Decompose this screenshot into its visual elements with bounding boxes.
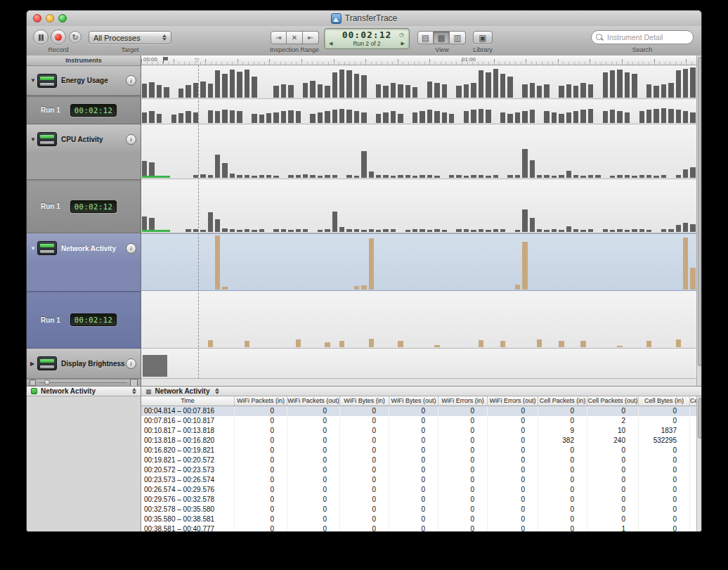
column-header[interactable]: Cell Packets (out) — [587, 396, 639, 406]
column-header[interactable]: Cell Packets (in) — [538, 396, 587, 406]
column-header[interactable]: WiFi Packets (out) — [287, 396, 340, 406]
close-button[interactable] — [33, 14, 41, 22]
table-row[interactable]: 00:32.578 – 00:35.580000000000 — [141, 505, 696, 514]
disclosure-closed-icon[interactable]: ▶ — [30, 361, 37, 367]
cell-value: 0 — [639, 475, 690, 485]
pause-button[interactable] — [33, 30, 48, 45]
titlebar[interactable]: TransferTrace — [27, 11, 701, 27]
chart-bar — [464, 176, 469, 178]
inspection-range-start-button[interactable]: ⇥ — [271, 31, 287, 44]
view-split-pane-button[interactable]: ▦ — [434, 31, 450, 44]
column-header[interactable]: WiFi Bytes (in) — [340, 396, 389, 406]
chart-bar — [654, 86, 658, 98]
chart-bar — [412, 229, 417, 232]
track-lane-network-run1[interactable] — [141, 291, 696, 349]
disclosure-open-icon[interactable]: ▼ — [30, 136, 37, 143]
track-lane-network-run2[interactable] — [141, 233, 696, 291]
column-header[interactable]: Cell Bytes (out) — [690, 396, 696, 406]
table-body: 00:04.814 – 00:07.81600000000000:07.816 … — [141, 406, 696, 532]
disclosure-open-icon[interactable]: ▼ — [30, 77, 37, 84]
chart-bar — [354, 286, 359, 290]
chart-bar — [507, 175, 512, 178]
disclosure-open-icon[interactable]: ▼ — [30, 245, 37, 252]
sidebar-item-energy-usage[interactable]: ▼ Energy Usage i — [27, 66, 141, 96]
next-run-button[interactable]: ▶ — [401, 41, 405, 46]
chart-bar — [471, 110, 476, 123]
column-header[interactable]: WiFi Errors (in) — [438, 396, 488, 406]
chart-bar — [544, 84, 549, 98]
chart-bar — [603, 72, 608, 98]
playhead-line[interactable] — [198, 65, 199, 379]
table-row[interactable]: 00:10.817 – 00:13.8180000009101837 — [141, 426, 696, 436]
cell-value: 0 — [639, 505, 690, 514]
info-button[interactable]: i — [126, 358, 136, 369]
view-extended-pane-button[interactable]: ▥ — [450, 31, 466, 44]
table-row[interactable]: 00:38.581 – 00:40.777000000010 — [141, 524, 696, 532]
cell-value: 0 — [639, 416, 690, 426]
info-button[interactable]: i — [126, 75, 136, 86]
track-lane-cpu-run1[interactable] — [141, 179, 696, 233]
column-header[interactable]: Cell Bytes (in) — [639, 396, 690, 406]
timeline-ruler[interactable]: 00:00 01:00 ▽ — [141, 56, 696, 65]
table-row[interactable]: 00:35.580 – 00:38.581000000000 — [141, 514, 696, 524]
cell-value: 0 — [587, 495, 639, 505]
slider-groove[interactable] — [39, 382, 127, 383]
record-button[interactable] — [51, 30, 66, 45]
playhead-marker-icon[interactable]: ▽ — [195, 57, 199, 63]
table-row[interactable]: 00:16.820 – 00:19.821000000000 — [141, 446, 696, 455]
table-row[interactable]: 00:13.818 – 00:16.820000000382240532295 — [141, 436, 696, 446]
column-header[interactable]: WiFi Errors (out) — [488, 396, 538, 406]
table-row[interactable]: 00:07.816 – 00:10.817000000020 — [141, 416, 696, 426]
minimize-button[interactable] — [46, 14, 54, 22]
table-row[interactable]: 00:04.814 – 00:07.816000000000 — [141, 406, 696, 416]
flag-marker-icon[interactable] — [163, 57, 164, 63]
table-row[interactable]: 00:20.572 – 00:23.573000000000 — [141, 465, 696, 475]
track-size-slider[interactable] — [27, 379, 141, 386]
table-row[interactable]: 00:23.573 – 00:26.574000000000 — [141, 475, 696, 485]
track-lane-cpu-run2[interactable] — [141, 124, 696, 179]
slider-knob[interactable] — [44, 380, 50, 385]
zoom-button[interactable] — [58, 14, 67, 22]
chart-bar — [573, 229, 578, 232]
column-header[interactable]: WiFi Packets (in) — [235, 396, 287, 406]
table-row[interactable]: 00:26.574 – 00:29.576000000000 — [141, 485, 696, 495]
inspection-clear-icon: ✕ — [292, 34, 297, 41]
inspection-range-clear-button[interactable]: ✕ — [287, 31, 303, 44]
chart-bar — [661, 175, 666, 178]
search-input[interactable] — [591, 30, 694, 44]
chart-bar — [376, 114, 381, 123]
column-header[interactable]: WiFi Bytes (out) — [389, 396, 438, 406]
cell-value: 0 — [639, 485, 690, 495]
detail-breadcrumb-bar[interactable]: ▦ Network Activity — [141, 386, 702, 396]
detail-scrollbar-thumb[interactable] — [698, 398, 702, 439]
info-button[interactable]: i — [126, 134, 136, 145]
chart-bar — [369, 238, 374, 290]
library-button[interactable]: ▣ — [473, 31, 493, 44]
chart-bar — [332, 212, 337, 232]
target-dropdown[interactable]: All Processes — [89, 31, 171, 44]
table-row[interactable]: 00:29.576 – 00:32.578000000000 — [141, 495, 696, 505]
detail-scrollbar[interactable] — [696, 396, 702, 532]
view-single-pane-button[interactable]: ▤ — [417, 31, 434, 44]
track-lane-energy-run1[interactable] — [141, 99, 696, 124]
tracks-scrollbar-thumb[interactable] — [698, 57, 702, 366]
detail-instrument-selector[interactable]: Network Activity — [27, 386, 141, 396]
loop-button[interactable]: ↻ — [69, 31, 82, 44]
chart-bar — [361, 230, 366, 232]
sidebar-item-cpu-activity[interactable]: ▼ CPU Activity i — [27, 124, 141, 154]
tracks-scrollbar[interactable] — [696, 56, 702, 386]
sidebar-run-network[interactable]: Run 1 00:02:12 — [27, 291, 141, 349]
column-header[interactable]: Time — [141, 396, 235, 406]
inspection-range-end-button[interactable]: ⇤ — [303, 31, 319, 44]
cell-value: 0 — [389, 406, 438, 416]
sidebar-run-cpu[interactable]: Run 1 00:02:12 — [27, 179, 141, 233]
table-row[interactable]: 00:19.821 – 00:20.572000000000 — [141, 455, 696, 465]
sidebar-item-network-activity[interactable]: ▼ Network Activity i — [27, 233, 141, 263]
chart-bar — [346, 175, 351, 178]
cell-time: 00:20.572 – 00:23.573 — [141, 465, 235, 475]
track-lane-energy-run2[interactable] — [141, 65, 696, 99]
info-button[interactable]: i — [126, 243, 136, 254]
sidebar-run-energy[interactable]: Run 1 00:02:12 — [27, 96, 141, 124]
track-lane-display-brightness[interactable] — [141, 349, 696, 379]
sidebar-item-display-brightness[interactable]: ▶ Display Brightness i — [27, 349, 141, 379]
